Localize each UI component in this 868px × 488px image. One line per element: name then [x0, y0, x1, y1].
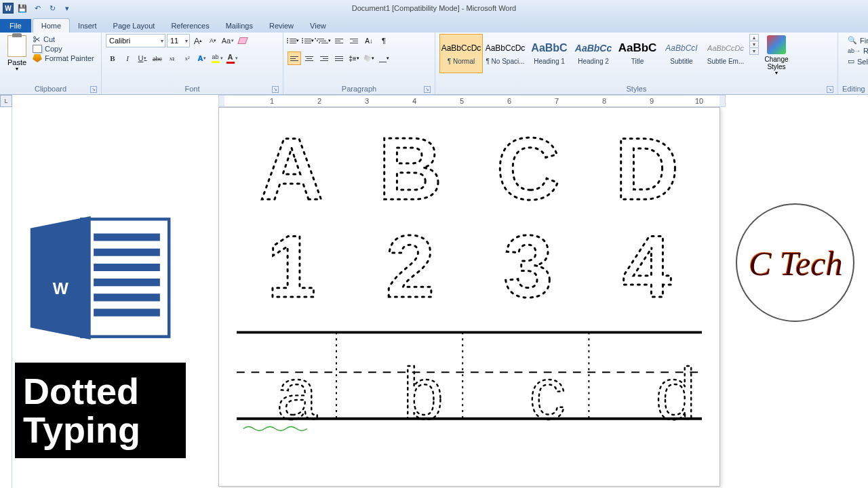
tab-references[interactable]: References — [163, 19, 217, 33]
svg-text:10: 10 — [695, 97, 703, 105]
line-spacing-icon: ‡≡ — [349, 55, 356, 62]
svg-text:A: A — [260, 121, 323, 216]
svg-text:1: 1 — [270, 97, 274, 105]
style-heading-1[interactable]: AaBbCHeading 1 — [528, 34, 571, 73]
scissors-icon — [33, 35, 41, 43]
style-heading-2[interactable]: AaBbCcHeading 2 — [572, 34, 615, 73]
find-button[interactable]: 🔍Find — [848, 36, 868, 45]
justify-button[interactable] — [332, 52, 346, 65]
line-spacing-button[interactable]: ‡≡▾ — [347, 52, 361, 65]
shrink-font-button[interactable]: A▾ — [206, 34, 220, 47]
format-painter-button[interactable]: Format Painter — [33, 54, 94, 62]
styles-launcher[interactable]: ↘ — [827, 86, 833, 93]
clipboard-group-label: Clipboard — [35, 85, 66, 93]
styles-scroll: ▴ ▾ ▾ — [749, 34, 759, 55]
ribbon: Paste ▼ Cut Copy Format Painter Clipboar… — [0, 33, 868, 95]
horizontal-ruler[interactable]: 12345678910 — [218, 95, 726, 107]
align-right-button[interactable] — [317, 52, 331, 65]
svg-text:D: D — [615, 121, 679, 216]
bullets-icon — [290, 39, 296, 43]
style--no-spaci-[interactable]: AaBbCcDc¶ No Spaci... — [484, 34, 527, 73]
styles-row-up[interactable]: ▴ — [750, 35, 758, 41]
tab-review[interactable]: Review — [261, 19, 302, 33]
document-area: L 12345678910 ABCD 1234 abcd W DottedTyp… — [0, 95, 868, 488]
numbering-button[interactable]: ▾ — [302, 34, 316, 47]
group-clipboard: Paste ▼ Cut Copy Format Painter Clipboar… — [0, 33, 102, 94]
styles-more[interactable]: ▾ — [750, 48, 758, 54]
svg-text:W: W — [53, 279, 69, 298]
justify-icon — [335, 56, 343, 61]
text-effects-button[interactable]: A▾ — [195, 52, 209, 65]
style--normal[interactable]: AaBbCcDc¶ Normal — [439, 34, 483, 73]
decrease-indent-button[interactable] — [332, 34, 346, 47]
replace-button[interactable]: ab→Replace — [848, 47, 868, 55]
subscript-button[interactable]: x₂ — [165, 52, 179, 65]
grow-font-button[interactable]: A▴ — [191, 34, 205, 47]
sort-icon: A↓ — [365, 37, 373, 45]
font-launcher[interactable]: ↘ — [272, 86, 279, 93]
tab-home[interactable]: Home — [33, 18, 70, 33]
show-hide-button[interactable]: ¶ — [377, 34, 391, 47]
strikethrough-button[interactable]: abc — [151, 52, 164, 65]
vertical-ruler[interactable] — [0, 107, 12, 488]
clear-formatting-button[interactable] — [236, 34, 250, 47]
cut-button[interactable]: Cut — [33, 35, 94, 43]
styles-gallery[interactable]: AaBbCcDc¶ NormalAaBbCcDc¶ No Spaci...AaB… — [439, 34, 748, 73]
select-icon: ▭ — [848, 57, 854, 66]
change-case-button[interactable]: Aa▾ — [221, 34, 235, 47]
style-subtle-em-[interactable]: AaBbCcDcSubtle Em... — [704, 34, 747, 73]
styles-row-down[interactable]: ▾ — [750, 41, 758, 48]
pilcrow-icon: ¶ — [382, 37, 386, 45]
dotted-letters-row: ABCD — [219, 108, 719, 216]
tab-file[interactable]: File — [0, 19, 31, 33]
italic-button[interactable]: I — [121, 52, 134, 65]
document-page[interactable]: ABCD 1234 abcd — [218, 107, 720, 487]
align-center-button[interactable] — [302, 52, 316, 65]
tab-view[interactable]: View — [302, 19, 334, 33]
change-styles-icon — [767, 35, 786, 54]
word-logo-overlay: W — [22, 210, 178, 346]
styles-group-label: Styles — [627, 85, 647, 93]
multilevel-list-button[interactable]: ▾ — [317, 34, 331, 47]
clipboard-launcher[interactable]: ↘ — [90, 86, 97, 93]
svg-text:C: C — [496, 121, 560, 216]
highlight-button[interactable]: ab▾ — [210, 52, 224, 65]
svg-text:9: 9 — [650, 97, 654, 105]
dotted-numbers-row: 1234 — [219, 216, 719, 314]
tab-selector[interactable]: L — [0, 95, 12, 107]
window-title: Document1 [Compatibility Mode] - Microso… — [0, 3, 868, 13]
paste-label: Paste — [4, 58, 30, 66]
tab-mailings[interactable]: Mailings — [218, 19, 261, 33]
ruler-ticks: 12345678910 — [219, 96, 725, 106]
font-name-select[interactable]: Calibri — [106, 34, 165, 47]
change-styles-button[interactable]: Change Styles ▼ — [763, 34, 790, 75]
tab-insert[interactable]: Insert — [70, 19, 105, 33]
align-left-button[interactable] — [288, 52, 301, 65]
numbering-icon — [304, 39, 311, 43]
paste-button[interactable]: Paste ▼ — [4, 34, 30, 71]
svg-text:d: d — [655, 352, 696, 434]
svg-text:3: 3 — [504, 219, 553, 314]
select-button[interactable]: ▭Select — [848, 57, 868, 66]
bold-button[interactable]: B — [106, 52, 119, 65]
svg-text:2: 2 — [317, 97, 321, 105]
font-group-label: Font — [184, 85, 199, 93]
paragraph-launcher[interactable]: ↘ — [424, 86, 431, 93]
superscript-button[interactable]: x² — [180, 52, 194, 65]
tab-page-layout[interactable]: Page Layout — [105, 19, 163, 33]
brush-icon — [33, 54, 42, 62]
increase-indent-button[interactable] — [347, 34, 361, 47]
underline-button[interactable]: U▾ — [136, 52, 149, 65]
font-color-button[interactable]: A▾ — [225, 52, 239, 65]
sort-button[interactable]: A↓ — [362, 34, 376, 47]
indent-icon — [350, 39, 358, 43]
svg-text:4: 4 — [623, 219, 671, 314]
bullets-button[interactable]: ▾ — [288, 34, 301, 47]
borders-button[interactable]: ▾ — [377, 52, 391, 65]
shading-button[interactable]: ▾ — [362, 52, 376, 65]
paragraph-group-label: Paragraph — [342, 85, 376, 93]
style-subtitle[interactable]: AaBbCcISubtitle — [660, 34, 703, 73]
style-title[interactable]: AaBbCTitle — [616, 34, 659, 73]
font-size-select[interactable]: 11 — [167, 34, 190, 47]
copy-button[interactable]: Copy — [33, 45, 94, 53]
